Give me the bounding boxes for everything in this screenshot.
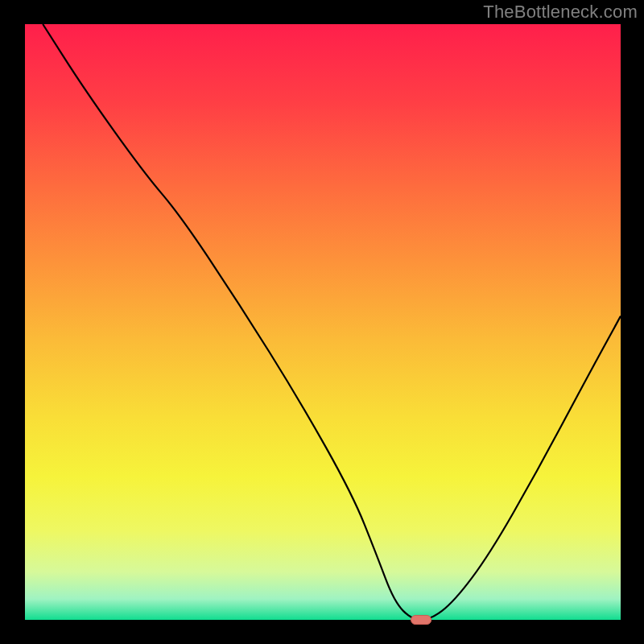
bottleneck-chart	[0, 0, 644, 644]
chart-stage: TheBottleneck.com	[0, 0, 644, 644]
optimum-marker	[411, 615, 431, 624]
plot-background	[25, 24, 621, 620]
watermark-text: TheBottleneck.com	[483, 2, 638, 23]
